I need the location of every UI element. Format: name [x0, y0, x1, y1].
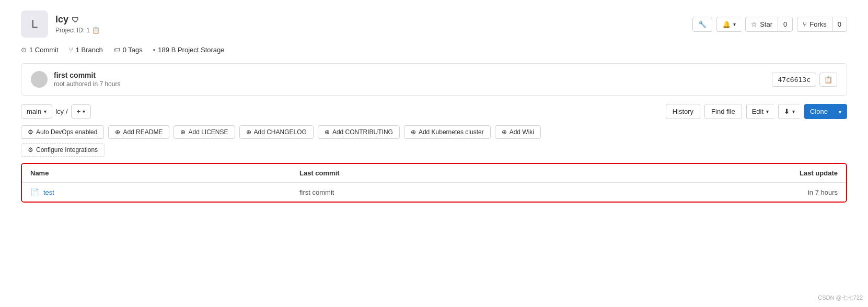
file-name-cell: 📄 test — [30, 188, 299, 196]
forks-count[interactable]: 0 — [832, 17, 847, 32]
table-row: 📄 test first commit in 7 hours — [22, 183, 846, 202]
download-button-group: ⬇ ▾ — [778, 104, 800, 119]
project-name: lcy — [55, 14, 68, 25]
edit-button[interactable]: Edit ▾ — [746, 104, 774, 119]
header-left: L lcy 🛡 Project ID: 1 📋 — [21, 10, 100, 38]
storage-icon: ▪ — [153, 46, 156, 54]
forks-button[interactable]: ⑂ Forks — [797, 17, 832, 32]
storage-value: 189 B Project Storage — [158, 46, 224, 54]
shield-icon: 🛡 — [72, 16, 79, 24]
add-file-button[interactable]: + ▾ — [71, 104, 91, 119]
configure-row: ⚙ Configure Integrations — [21, 143, 847, 157]
edit-button-group: Edit ▾ — [746, 104, 774, 119]
plus-icon: ⊕ — [246, 128, 251, 136]
add-wiki-button[interactable]: ⊕ Add Wiki — [495, 125, 541, 139]
clone-button-group: Clone ▾ — [804, 104, 847, 119]
tags-value: 0 Tags — [123, 46, 143, 54]
branch-icon: ⑂ — [69, 46, 73, 54]
gear-icon: ⚙ — [28, 146, 33, 154]
header-right: 🔧 🔔 ▾ ☆ Star 0 ⑂ Forks 0 — [692, 17, 847, 32]
commit-hash: 47c6613c — [772, 73, 816, 87]
star-icon: ☆ — [751, 20, 757, 28]
commit-author-avatar — [31, 71, 48, 88]
commit-message: first commit — [54, 71, 120, 79]
add-contributing-button[interactable]: ⊕ Add CONTRIBUTING — [318, 125, 400, 139]
plus-icon: ⊕ — [180, 128, 186, 136]
forks-button-group: ⑂ Forks 0 — [797, 17, 847, 32]
tags-stat[interactable]: 🏷 0 Tags — [113, 46, 143, 54]
chevron-down-icon: ▾ — [792, 109, 795, 114]
storage-stat: ▪ 189 B Project Storage — [153, 46, 225, 54]
avatar: L — [21, 10, 48, 38]
plus-icon: ⊕ — [411, 128, 416, 136]
chevron-down-icon: ▾ — [733, 21, 736, 27]
header-row: L lcy 🛡 Project ID: 1 📋 🔧 🔔 ▾ — [21, 10, 847, 38]
project-name-row: lcy 🛡 — [55, 14, 100, 25]
file-table-header: Name Last commit Last update — [22, 164, 846, 183]
file-last-commit: first commit — [299, 188, 703, 196]
chevron-down-icon: ▾ — [766, 109, 769, 114]
toolbar-row: main ▾ lcy / + ▾ History Find file Edit … — [21, 104, 847, 119]
chevron-down-icon: ▾ — [44, 109, 47, 114]
file-icon: 📄 — [30, 188, 39, 196]
chevron-down-icon: ▾ — [83, 109, 85, 114]
settings-icon: 🔧 — [698, 20, 707, 28]
notifications-button[interactable]: 🔔 ▾ — [716, 17, 741, 32]
fork-icon: ⑂ — [803, 20, 807, 28]
copy-hash-button[interactable]: 📋 — [819, 73, 837, 87]
chevron-down-icon: ▾ — [839, 109, 841, 115]
branch-dropdown[interactable]: main ▾ — [21, 104, 52, 119]
copy-project-id-icon[interactable]: 📋 — [92, 27, 100, 34]
clone-button[interactable]: Clone — [804, 104, 833, 119]
download-button[interactable]: ⬇ ▾ — [778, 104, 800, 119]
actions-row: ⚙ Auto DevOps enabled ⊕ Add README ⊕ Add… — [21, 125, 847, 139]
settings-button[interactable]: 🔧 — [692, 17, 712, 32]
commit-details: first commit root authored in 7 hours — [54, 71, 120, 88]
path-separator: / — [66, 108, 68, 115]
file-last-update: in 7 hours — [703, 188, 838, 196]
col-last-commit: Last commit — [299, 169, 703, 177]
add-kubernetes-button[interactable]: ⊕ Add Kubernetes cluster — [404, 125, 491, 139]
commits-stat[interactable]: ⊙ 1 Commit — [21, 46, 59, 54]
history-button[interactable]: History — [666, 104, 700, 119]
bell-icon: 🔔 — [722, 20, 731, 28]
col-last-update: Last update — [703, 169, 838, 177]
commit-hash-area: 47c6613c 📋 — [772, 73, 837, 87]
col-name: Name — [30, 169, 299, 177]
clone-dropdown-button[interactable]: ▾ — [833, 104, 847, 119]
plus-icon: ⊕ — [502, 128, 507, 136]
add-license-button[interactable]: ⊕ Add LICENSE — [173, 125, 235, 139]
path-name: lcy — [55, 108, 64, 115]
commit-info: first commit root authored in 7 hours — [31, 71, 120, 88]
commits-value: 1 Commit — [29, 46, 59, 54]
plus-icon: ⊕ — [325, 128, 330, 136]
plus-icon: + — [77, 108, 81, 115]
stats-row: ⊙ 1 Commit ⑂ 1 Branch 🏷 0 Tags ▪ 189 B P… — [21, 46, 847, 54]
auto-devops-button[interactable]: ⚙ Auto DevOps enabled — [21, 125, 104, 139]
branch-name: main — [27, 108, 41, 115]
gear-icon: ⚙ — [28, 128, 33, 136]
commit-author-time: root authored in 7 hours — [54, 80, 120, 88]
toolbar-left: main ▾ lcy / + ▾ — [21, 104, 91, 119]
commit-icon: ⊙ — [21, 46, 27, 54]
find-file-button[interactable]: Find file — [704, 104, 742, 119]
add-readme-button[interactable]: ⊕ Add README — [108, 125, 169, 139]
download-icon: ⬇ — [784, 108, 790, 115]
branches-stat[interactable]: ⑂ 1 Branch — [69, 46, 103, 54]
file-link[interactable]: test — [43, 188, 54, 196]
path-item: lcy / — [55, 108, 68, 115]
tag-icon: 🏷 — [113, 46, 120, 54]
configure-integrations-button[interactable]: ⚙ Configure Integrations — [21, 143, 105, 157]
project-info: lcy 🛡 Project ID: 1 📋 — [55, 14, 100, 34]
commit-panel: first commit root authored in 7 hours 47… — [21, 63, 847, 96]
add-changelog-button[interactable]: ⊕ Add CHANGELOG — [239, 125, 314, 139]
plus-icon: ⊕ — [115, 128, 120, 136]
notifications-button-group: 🔔 ▾ — [716, 17, 741, 32]
star-button[interactable]: ☆ Star — [745, 17, 778, 32]
toolbar-right: History Find file Edit ▾ ⬇ ▾ Clone ▾ — [666, 104, 847, 119]
file-table: Name Last commit Last update 📄 test firs… — [21, 163, 847, 203]
star-button-group: ☆ Star 0 — [745, 17, 793, 32]
project-id: Project ID: 1 📋 — [55, 27, 100, 34]
branches-value: 1 Branch — [76, 46, 103, 54]
star-count[interactable]: 0 — [778, 17, 793, 32]
